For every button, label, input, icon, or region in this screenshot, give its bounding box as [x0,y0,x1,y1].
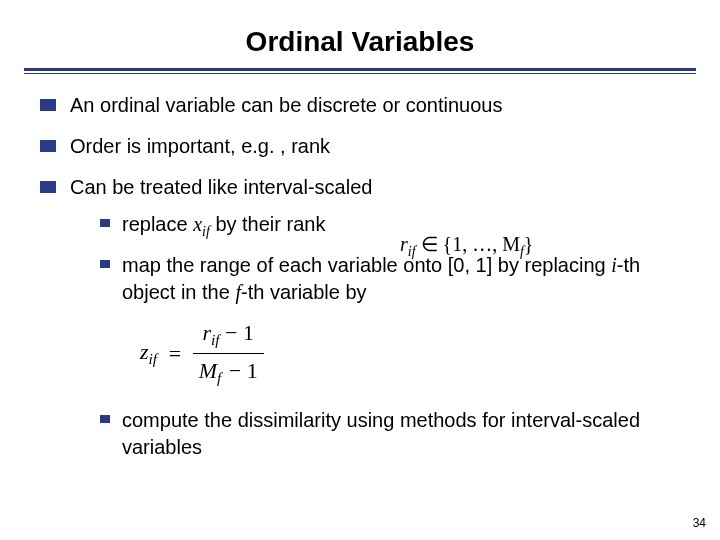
square-bullet-icon [40,99,56,111]
square-bullet-icon [100,219,110,227]
content-area: An ordinal variable can be discrete or c… [0,92,720,471]
page-number: 34 [693,516,706,530]
denominator: Mf − 1 [193,354,264,389]
fraction: rif − 1 Mf − 1 [193,318,264,389]
bullet-3-group: Can be treated like interval-scaled repl… [70,174,688,471]
range-rest: ∈ {1, …, M [416,233,520,255]
bullet-2-text: Order is important, e.g. , rank [70,133,688,160]
bullet-3: Can be treated like interval-scaled repl… [40,174,688,471]
r-var: r [400,233,408,255]
numerator: rif − 1 [193,318,264,354]
b3a-pre: replace [122,213,193,235]
x-var: x [193,213,202,235]
x-sub: if [202,224,210,239]
slide: Ordinal Variables An ordinal variable ca… [0,0,720,540]
slide-title: Ordinal Variables [0,0,720,68]
b3b-mid2: -th variable by [241,281,367,303]
bullet-3c: compute the dissimilarity using methods … [100,407,688,461]
range-equation: rif ∈ {1, …, Mf} [400,232,533,260]
den-tail: − 1 [223,358,257,383]
num-tail: − 1 [220,320,254,345]
bullet-3a: replace xif by their rank [100,211,688,242]
square-bullet-icon [40,181,56,193]
M-var: M [199,358,217,383]
square-bullet-icon [100,415,110,423]
r-sub: if [408,244,416,259]
bullet-3-text: Can be treated like interval-scaled [70,176,372,198]
M-sub: f [217,369,221,386]
bullet-1-text: An ordinal variable can be discrete or c… [70,92,688,119]
bullet-2: Order is important, e.g. , rank [40,133,688,160]
equals-sign: = [169,341,181,366]
square-bullet-icon [100,260,110,268]
title-underline [24,68,696,74]
bullet-3c-text: compute the dissimilarity using methods … [122,407,688,461]
r-sub: if [211,331,220,348]
formula-zif: zif = rif − 1 Mf − 1 [140,318,688,389]
r-var: r [202,320,211,345]
bullet-3b: map the range of each variable onto [0, … [100,252,688,306]
square-bullet-icon [40,140,56,152]
range-close: } [524,233,534,255]
b3b-pre: map the range of each variable onto [0, … [122,254,611,276]
var-xif: xif [193,213,210,235]
bullet-1: An ordinal variable can be discrete or c… [40,92,688,119]
formula-lhs: zif [140,339,157,364]
z-var: z [140,339,149,364]
b3a-post: by their rank [210,213,326,235]
z-sub: if [149,350,158,367]
